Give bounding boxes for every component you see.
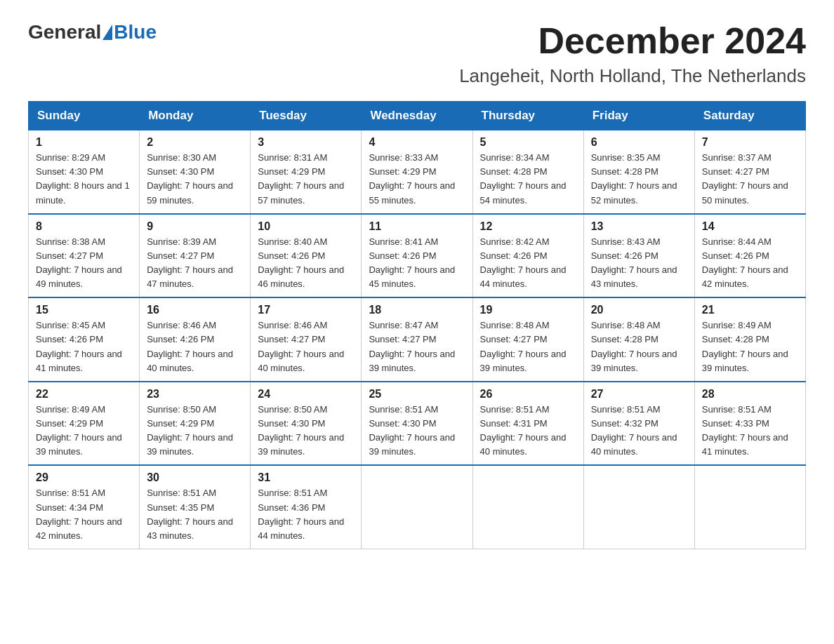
day-number: 7 <box>702 136 798 149</box>
header-friday: Friday <box>583 102 694 130</box>
day-number: 23 <box>147 388 243 401</box>
logo: General Blue <box>28 21 157 43</box>
day-number: 20 <box>591 304 687 316</box>
calendar-cell: 17 Sunrise: 8:46 AMSunset: 4:27 PMDaylig… <box>251 297 362 382</box>
day-info: Sunrise: 8:35 AMSunset: 4:28 PMDaylight:… <box>591 152 677 205</box>
day-info: Sunrise: 8:31 AMSunset: 4:29 PMDaylight:… <box>258 152 344 205</box>
calendar-cell: 3 Sunrise: 8:31 AMSunset: 4:29 PMDayligh… <box>251 130 362 214</box>
day-number: 2 <box>147 136 243 149</box>
calendar-cell: 15 Sunrise: 8:45 AMSunset: 4:26 PMDaylig… <box>29 297 140 382</box>
day-number: 13 <box>591 220 687 233</box>
day-number: 24 <box>258 388 354 401</box>
day-number: 16 <box>147 304 243 316</box>
calendar-cell: 28 Sunrise: 8:51 AMSunset: 4:33 PMDaylig… <box>694 382 805 466</box>
header-monday: Monday <box>140 102 251 130</box>
calendar-week-row: 1 Sunrise: 8:29 AMSunset: 4:30 PMDayligh… <box>29 130 806 214</box>
calendar-week-row: 22 Sunrise: 8:49 AMSunset: 4:29 PMDaylig… <box>29 382 806 466</box>
day-number: 6 <box>591 136 687 149</box>
day-info: Sunrise: 8:47 AMSunset: 4:27 PMDaylight:… <box>369 320 455 373</box>
calendar-week-row: 8 Sunrise: 8:38 AMSunset: 4:27 PMDayligh… <box>29 214 806 298</box>
calendar-cell: 23 Sunrise: 8:50 AMSunset: 4:29 PMDaylig… <box>140 382 251 466</box>
day-info: Sunrise: 8:46 AMSunset: 4:27 PMDaylight:… <box>258 320 344 373</box>
calendar-cell: 30 Sunrise: 8:51 AMSunset: 4:35 PMDaylig… <box>140 465 251 549</box>
header: General Blue December 2024 Langeheit, No… <box>28 21 806 87</box>
day-number: 9 <box>147 220 243 233</box>
day-number: 28 <box>702 388 798 401</box>
day-info: Sunrise: 8:51 AMSunset: 4:32 PMDaylight:… <box>591 404 677 457</box>
calendar-cell: 6 Sunrise: 8:35 AMSunset: 4:28 PMDayligh… <box>583 130 694 214</box>
calendar-cell: 9 Sunrise: 8:39 AMSunset: 4:27 PMDayligh… <box>140 214 251 298</box>
calendar-cell: 18 Sunrise: 8:47 AMSunset: 4:27 PMDaylig… <box>362 297 472 382</box>
header-saturday: Saturday <box>694 102 805 130</box>
day-info: Sunrise: 8:48 AMSunset: 4:27 PMDaylight:… <box>480 320 567 373</box>
logo-triangle-icon <box>102 25 112 40</box>
header-sunday: Sunday <box>29 102 140 130</box>
day-info: Sunrise: 8:51 AMSunset: 4:33 PMDaylight:… <box>702 404 788 457</box>
month-title: December 2024 <box>459 21 806 61</box>
calendar-cell: 4 Sunrise: 8:33 AMSunset: 4:29 PMDayligh… <box>362 130 472 214</box>
day-number: 1 <box>36 136 132 149</box>
calendar-cell: 10 Sunrise: 8:40 AMSunset: 4:26 PMDaylig… <box>251 214 362 298</box>
day-number: 19 <box>480 304 576 316</box>
calendar-cell: 13 Sunrise: 8:43 AMSunset: 4:26 PMDaylig… <box>583 214 694 298</box>
calendar-cell: 25 Sunrise: 8:51 AMSunset: 4:30 PMDaylig… <box>362 382 472 466</box>
calendar-cell <box>694 465 805 549</box>
day-number: 18 <box>369 304 465 316</box>
calendar-cell: 1 Sunrise: 8:29 AMSunset: 4:30 PMDayligh… <box>29 130 140 214</box>
logo-blue-text: Blue <box>114 21 157 43</box>
day-number: 17 <box>258 304 354 316</box>
calendar-week-row: 29 Sunrise: 8:51 AMSunset: 4:34 PMDaylig… <box>29 465 806 549</box>
day-info: Sunrise: 8:46 AMSunset: 4:26 PMDaylight:… <box>147 320 233 373</box>
day-info: Sunrise: 8:38 AMSunset: 4:27 PMDaylight:… <box>36 236 122 289</box>
header-wednesday: Wednesday <box>362 102 472 130</box>
day-info: Sunrise: 8:30 AMSunset: 4:30 PMDaylight:… <box>147 152 233 205</box>
day-info: Sunrise: 8:51 AMSunset: 4:35 PMDaylight:… <box>147 488 233 540</box>
calendar-cell: 7 Sunrise: 8:37 AMSunset: 4:27 PMDayligh… <box>694 130 805 214</box>
calendar-week-row: 15 Sunrise: 8:45 AMSunset: 4:26 PMDaylig… <box>29 297 806 382</box>
calendar-cell: 27 Sunrise: 8:51 AMSunset: 4:32 PMDaylig… <box>583 382 694 466</box>
day-number: 27 <box>591 388 687 401</box>
calendar-cell: 26 Sunrise: 8:51 AMSunset: 4:31 PMDaylig… <box>472 382 583 466</box>
calendar-cell <box>362 465 472 549</box>
day-info: Sunrise: 8:42 AMSunset: 4:26 PMDaylight:… <box>480 236 567 289</box>
calendar-cell: 31 Sunrise: 8:51 AMSunset: 4:36 PMDaylig… <box>251 465 362 549</box>
day-number: 14 <box>702 220 798 233</box>
day-info: Sunrise: 8:40 AMSunset: 4:26 PMDaylight:… <box>258 236 344 289</box>
calendar-cell: 2 Sunrise: 8:30 AMSunset: 4:30 PMDayligh… <box>140 130 251 214</box>
calendar-cell: 5 Sunrise: 8:34 AMSunset: 4:28 PMDayligh… <box>472 130 583 214</box>
day-info: Sunrise: 8:45 AMSunset: 4:26 PMDaylight:… <box>36 320 122 373</box>
day-info: Sunrise: 8:33 AMSunset: 4:29 PMDaylight:… <box>369 152 455 205</box>
calendar-cell: 29 Sunrise: 8:51 AMSunset: 4:34 PMDaylig… <box>29 465 140 549</box>
day-info: Sunrise: 8:51 AMSunset: 4:30 PMDaylight:… <box>369 404 455 457</box>
day-number: 11 <box>369 220 465 233</box>
day-info: Sunrise: 8:37 AMSunset: 4:27 PMDaylight:… <box>702 152 788 205</box>
day-number: 10 <box>258 220 354 233</box>
calendar-cell: 24 Sunrise: 8:50 AMSunset: 4:30 PMDaylig… <box>251 382 362 466</box>
day-number: 22 <box>36 388 132 401</box>
header-thursday: Thursday <box>472 102 583 130</box>
day-number: 8 <box>36 220 132 233</box>
day-info: Sunrise: 8:50 AMSunset: 4:30 PMDaylight:… <box>258 404 344 457</box>
day-info: Sunrise: 8:49 AMSunset: 4:28 PMDaylight:… <box>702 320 788 373</box>
day-info: Sunrise: 8:34 AMSunset: 4:28 PMDaylight:… <box>480 152 567 205</box>
calendar-cell <box>472 465 583 549</box>
day-number: 29 <box>36 471 132 484</box>
calendar-cell: 20 Sunrise: 8:48 AMSunset: 4:28 PMDaylig… <box>583 297 694 382</box>
day-number: 12 <box>480 220 576 233</box>
day-number: 3 <box>258 136 354 149</box>
day-info: Sunrise: 8:51 AMSunset: 4:34 PMDaylight:… <box>36 488 122 540</box>
day-info: Sunrise: 8:48 AMSunset: 4:28 PMDaylight:… <box>591 320 677 373</box>
day-info: Sunrise: 8:49 AMSunset: 4:29 PMDaylight:… <box>36 404 122 457</box>
calendar-cell <box>583 465 694 549</box>
day-info: Sunrise: 8:43 AMSunset: 4:26 PMDaylight:… <box>591 236 677 289</box>
calendar-table: Sunday Monday Tuesday Wednesday Thursday… <box>28 101 806 549</box>
day-number: 25 <box>369 388 465 401</box>
day-info: Sunrise: 8:29 AMSunset: 4:30 PMDaylight:… <box>36 152 130 205</box>
day-info: Sunrise: 8:50 AMSunset: 4:29 PMDaylight:… <box>147 404 233 457</box>
location-title: Langeheit, North Holland, The Netherland… <box>459 65 806 87</box>
header-tuesday: Tuesday <box>251 102 362 130</box>
day-number: 15 <box>36 304 132 316</box>
day-number: 21 <box>702 304 798 316</box>
day-info: Sunrise: 8:41 AMSunset: 4:26 PMDaylight:… <box>369 236 455 289</box>
logo-general-text: General <box>28 21 101 43</box>
